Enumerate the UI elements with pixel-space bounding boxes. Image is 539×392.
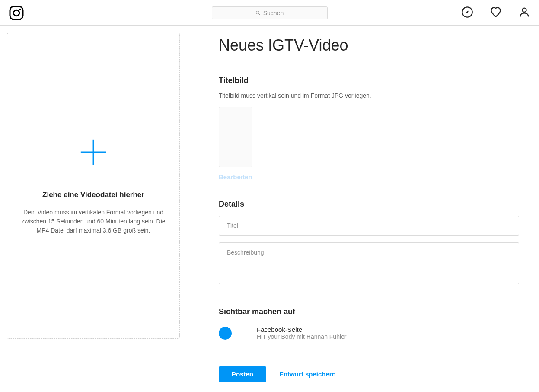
facebook-page-subtitle: HiT your Body mit Hannah Fühler [257,333,347,340]
post-button[interactable]: Posten [219,366,266,382]
plus-icon [78,137,108,169]
svg-marker-6 [466,10,469,13]
svg-point-3 [256,11,259,14]
instagram-logo-icon [9,5,24,21]
details-section: Details [219,200,519,293]
svg-point-2 [19,8,21,10]
description-input[interactable] [219,242,519,284]
video-dropzone[interactable]: Ziehe eine Videodatei hierher Dein Video… [7,33,180,339]
cover-section-subtitle: Titelbild muss vertikal sein und im Form… [219,92,519,99]
heart-icon [490,6,502,18]
search-input[interactable]: Suchen [212,6,328,19]
search-icon [255,10,261,16]
dropzone-subtitle: Dein Video muss im vertikalen Format vor… [20,208,166,235]
dropzone-title: Ziehe eine Videodatei hierher [42,191,144,199]
visibility-section: Sichtbar machen auf Facebook-Seite HiT y… [219,307,519,340]
svg-point-1 [13,10,19,16]
explore-button[interactable] [461,6,473,20]
search-placeholder: Suchen [263,10,284,16]
visibility-section-title: Sichtbar machen auf [219,307,519,316]
cover-thumbnail[interactable] [219,107,252,167]
action-row: Posten Entwurf speichern [219,366,519,382]
facebook-page-title: Facebook-Seite [257,326,347,333]
facebook-page-avatar [219,327,232,340]
save-draft-button[interactable]: Entwurf speichern [279,370,336,378]
profile-icon [518,6,530,18]
top-nav: Suchen [0,0,539,26]
instagram-logo[interactable] [9,5,24,21]
cover-section: Titelbild Titelbild muss vertikal sein u… [219,76,519,181]
cover-section-title: Titelbild [219,76,519,85]
svg-point-7 [522,8,526,12]
facebook-page-row[interactable]: Facebook-Seite HiT your Body mit Hannah … [219,326,519,340]
activity-button[interactable] [490,6,502,20]
details-section-title: Details [219,200,519,209]
cover-edit-button[interactable]: Bearbeiten [219,173,519,181]
svg-rect-0 [10,6,23,19]
title-input[interactable] [219,216,519,236]
svg-line-4 [258,13,260,15]
compass-icon [461,6,473,18]
page-title: Neues IGTV-Video [219,36,519,54]
profile-button[interactable] [518,6,530,20]
